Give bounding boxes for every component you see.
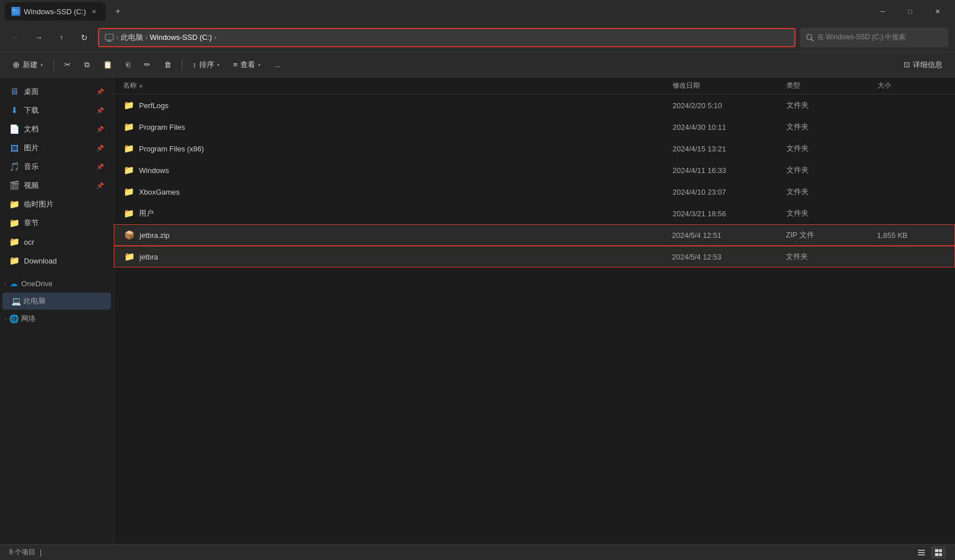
table-row[interactable]: 📁 用户 2024/3/21 18:56 文件夹	[114, 203, 955, 224]
breadcrumb-sep-1: ›	[116, 34, 118, 42]
file-name-cell: 📁 Program Files (x86)	[123, 143, 673, 154]
sidebar-section-network[interactable]: › 🌐 网络	[0, 310, 113, 327]
col-header-modified[interactable]: 修改日期	[673, 81, 786, 90]
table-row[interactable]: 📁 PerfLogs 2024/2/20 5:10 文件夹	[114, 94, 955, 116]
paste-button[interactable]: 📋	[97, 56, 118, 74]
table-row[interactable]: 📁 XboxGames 2024/4/10 23:07 文件夹	[114, 181, 955, 203]
sidebar-label-temp-pics: 临时图片	[24, 199, 104, 209]
rename-icon: ✏	[144, 60, 150, 69]
col-header-size[interactable]: 大小	[878, 81, 946, 90]
back-button[interactable]: ←	[7, 28, 25, 47]
sort-chevron: ▾	[217, 62, 220, 68]
list-view-button[interactable]	[914, 546, 929, 559]
sort-button[interactable]: ↕ 排序 ▾	[187, 56, 226, 74]
videos-pin: 📌	[96, 182, 104, 190]
svg-rect-2	[105, 34, 113, 40]
search-bar[interactable]: 在 Windows-SSD (C:) 中搜索	[800, 28, 948, 47]
onedrive-expand-icon: ›	[5, 281, 6, 287]
file-name-cell: 📁 用户	[123, 208, 673, 219]
toolbar-sep-1	[54, 59, 54, 71]
share-button[interactable]: ⎗	[120, 56, 136, 74]
view-button[interactable]: ≡ 查看 ▾	[228, 56, 267, 74]
details-button[interactable]: ⊡ 详细信息	[898, 56, 948, 74]
sidebar-item-pictures[interactable]: 🖼 图片 📌	[2, 139, 111, 157]
forward-button[interactable]: →	[30, 28, 48, 47]
col-header-type[interactable]: 类型	[786, 81, 878, 90]
sidebar-item-music[interactable]: 🎵 音乐 📌	[2, 158, 111, 176]
folder-icon: 📁	[124, 208, 134, 219]
minimize-button[interactable]: ─	[870, 2, 896, 20]
close-button[interactable]: ✕	[924, 2, 950, 20]
view-chevron: ▾	[258, 62, 261, 68]
title-bar: Windows-SSD (C:) ✕ + ─ □ ✕	[0, 0, 955, 23]
file-name: PerfLogs	[139, 101, 169, 110]
sidebar-item-documents[interactable]: 📄 文档 📌	[2, 120, 111, 138]
table-row[interactable]: 📦 jetbra.zip 2024/5/4 12:51 ZIP 文件 1,855…	[114, 224, 955, 246]
breadcrumb-this-pc[interactable]: 此电脑	[121, 32, 143, 43]
new-tab-button[interactable]: +	[110, 3, 126, 19]
breadcrumb-current-drive[interactable]: Windows-SSD (C:)	[150, 33, 212, 42]
music-pin: 📌	[96, 163, 104, 171]
sidebar-item-downloads[interactable]: ⬇ 下载 📌	[2, 101, 111, 120]
file-type: 文件夹	[786, 165, 878, 175]
breadcrumb-bar[interactable]: › 此电脑 › Windows-SSD (C:) ›	[98, 28, 796, 47]
share-icon: ⎗	[126, 60, 130, 69]
sidebar-label-download2: Download	[24, 257, 104, 265]
sidebar-item-desktop[interactable]: 🖥 桌面 📌	[2, 83, 111, 101]
detail-view-button[interactable]	[931, 546, 946, 559]
maximize-button[interactable]: □	[897, 2, 923, 20]
file-name-cell: 📁 PerfLogs	[123, 100, 673, 111]
search-placeholder: 在 Windows-SSD (C:) 中搜索	[817, 32, 905, 42]
file-name: Program Files (x86)	[139, 145, 204, 153]
file-size: 1,855 KB	[877, 231, 945, 240]
sidebar-item-videos[interactable]: 🎬 视频 📌	[2, 176, 111, 195]
status-right	[914, 546, 946, 559]
folder-icon: 📁	[124, 187, 134, 197]
folder-icon: 📁	[124, 122, 134, 132]
sidebar-item-chapters[interactable]: 📁 章节	[2, 214, 111, 232]
zip-file-icon: 📦	[124, 230, 135, 240]
file-modified: 2024/4/15 13:21	[673, 145, 786, 153]
refresh-button[interactable]: ↻	[75, 28, 93, 47]
file-type-icon: 📁	[124, 251, 135, 262]
active-tab[interactable]: Windows-SSD (C:) ✕	[5, 2, 105, 20]
up-button[interactable]: ↑	[52, 28, 71, 47]
documents-pin: 📌	[96, 126, 104, 133]
sidebar-item-ocr[interactable]: 📁 ocr	[2, 233, 111, 251]
file-type-icon: 📁	[123, 164, 134, 176]
delete-button[interactable]: 🗑	[158, 56, 177, 74]
svg-rect-10	[935, 549, 938, 552]
more-button[interactable]: ...	[269, 56, 286, 74]
table-row[interactable]: 📁 Program Files (x86) 2024/4/15 13:21 文件…	[114, 138, 955, 159]
svg-rect-4	[106, 41, 112, 42]
item-count: 8 个项目	[9, 547, 35, 557]
rename-button[interactable]: ✏	[138, 56, 156, 74]
new-button[interactable]: ⊕ 新建 ▾	[7, 56, 49, 74]
svg-rect-12	[935, 553, 938, 556]
file-type: 文件夹	[786, 252, 877, 262]
sidebar-item-download2[interactable]: 📁 Download	[2, 252, 111, 270]
details-label: 详细信息	[913, 60, 942, 70]
table-row[interactable]: 📁 jetbra 2024/5/4 12:53 文件夹	[114, 246, 955, 267]
copy-button[interactable]: ⧉	[79, 56, 95, 74]
new-icon: ⊕	[13, 60, 20, 70]
cut-button[interactable]: ✂	[59, 56, 76, 74]
col-size-label: 大小	[878, 81, 891, 90]
file-type-icon: 📁	[123, 100, 134, 111]
sidebar-section-thispc[interactable]: › 💻 此电脑	[2, 293, 111, 310]
more-label: ...	[274, 60, 281, 69]
sidebar-item-temp-pics[interactable]: 📁 临时图片	[2, 195, 111, 213]
col-header-name[interactable]: 名称 ∧	[123, 81, 673, 90]
table-row[interactable]: 📁 Program Files 2024/4/30 10:11 文件夹	[114, 116, 955, 138]
sidebar-section-onedrive[interactable]: › ☁ OneDrive	[0, 275, 113, 292]
tab-close-button[interactable]: ✕	[89, 7, 99, 16]
col-modified-label: 修改日期	[673, 81, 700, 90]
sidebar-label-music: 音乐	[24, 162, 92, 172]
search-icon	[806, 34, 814, 42]
file-type-icon: 📁	[123, 143, 134, 154]
breadcrumb-computer	[105, 33, 114, 42]
new-label: 新建	[23, 60, 38, 70]
table-row[interactable]: 📁 Windows 2024/4/11 16:33 文件夹	[114, 159, 955, 181]
svg-rect-13	[939, 553, 942, 556]
svg-rect-9	[918, 554, 925, 555]
